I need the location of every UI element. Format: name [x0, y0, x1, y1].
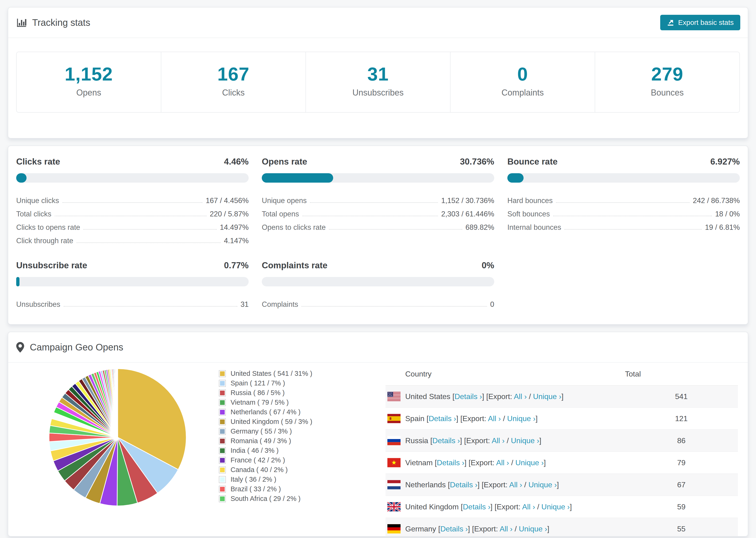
geo-table-row-ru: Russia [Details ›] [Export: All › / Uniq…: [386, 430, 738, 452]
legend-swatch: [219, 438, 226, 445]
slash: /: [522, 480, 528, 489]
rate-stat-value: 4.147%: [224, 237, 249, 245]
details-link[interactable]: Details ›: [432, 436, 460, 445]
details-link[interactable]: Details ›: [450, 480, 477, 489]
stat-boxes: 1,152Opens167Clicks31Unsubscribes0Compla…: [16, 52, 740, 113]
rate-stat-label: Total opens: [262, 210, 299, 218]
dotted-leader: [310, 202, 438, 203]
rate-percentage: 4.46%: [224, 157, 249, 167]
de-flag-icon: [387, 524, 405, 534]
legend-item-netherlands: Netherlands ( 67 / 4% ): [219, 407, 312, 417]
geo-table: Country Total United States [Details ›] …: [386, 363, 738, 537]
country-name: United States: [405, 392, 450, 401]
geo-table-body: United States [Details ›] [Export: All ›…: [386, 385, 738, 537]
legend-item-brazil: Brazil ( 33 / 2% ): [219, 484, 312, 494]
rates-grid: Clicks rate4.46%Unique clicks167 / 4.456…: [16, 157, 740, 309]
export-all-link[interactable]: All ›: [496, 458, 509, 467]
geo-table-header-row: Country Total: [386, 363, 738, 385]
legend-label: Romania ( 49 / 3% ): [231, 437, 291, 445]
legend-item-canada: Canada ( 40 / 2% ): [219, 465, 312, 475]
export-unique-link[interactable]: Unique ›: [528, 480, 557, 489]
bracket: [: [448, 480, 450, 489]
stat-box-complaints: 0Complaints: [450, 52, 595, 112]
export-all-link[interactable]: All ›: [522, 503, 535, 511]
rate-stat-row: Total clicks220 / 5.87%: [16, 205, 249, 218]
details-link[interactable]: Details ›: [455, 392, 482, 401]
legend-swatch: [219, 418, 226, 425]
stat-value: 279: [595, 63, 739, 85]
details-link[interactable]: Details ›: [440, 525, 468, 533]
details-link[interactable]: Details ›: [463, 503, 490, 511]
rate-stat-row: Unsubscribes31: [16, 295, 249, 309]
export-unique-link[interactable]: Unique ›: [507, 414, 536, 423]
rate-stat-row: Unique clicks167 / 4.456%: [16, 191, 249, 205]
geo-header: Campaign Geo Opens: [8, 332, 748, 363]
legend-item-united-kingdom: United Kingdom ( 59 / 3% ): [219, 417, 312, 426]
legend-swatch: [219, 409, 226, 416]
export-all-link[interactable]: All ›: [500, 525, 513, 533]
page: Tracking stats Export basic stats 1,152O…: [0, 0, 756, 537]
tracking-stats-header: Tracking stats Export basic stats: [8, 8, 748, 38]
country-total: 55: [625, 518, 738, 537]
legend-label: Italy ( 36 / 2% ): [231, 476, 276, 483]
rate-stat-value: 242 / 86.738%: [693, 196, 740, 205]
rate-block-clicks-rate: Clicks rate4.46%Unique clicks167 / 4.456…: [16, 157, 249, 245]
geo-legend: United States ( 541 / 31% )Spain ( 121 /…: [219, 369, 312, 504]
export-unique-link[interactable]: Unique ›: [519, 525, 547, 533]
flag-column-header: [386, 363, 405, 385]
export-unique-link[interactable]: Unique ›: [541, 503, 570, 511]
legend-swatch: [219, 370, 226, 377]
export-basic-stats-button[interactable]: Export basic stats: [660, 15, 740, 30]
rate-stat-row: Soft bounces18 / 0%: [507, 205, 740, 218]
dotted-leader: [565, 229, 702, 230]
export-label: ] [Export:: [460, 436, 492, 445]
export-label: ] [Export:: [464, 458, 496, 467]
geo-table-row-es: Spain [Details ›] [Export: All › / Uniqu…: [386, 407, 738, 430]
geo-table-wrap: Country Total United States [Details ›] …: [386, 363, 738, 537]
nl-flag-icon: [387, 480, 405, 489]
rate-stat-label: Hard bounces: [507, 196, 553, 205]
rate-stat-label: Unsubscribes: [16, 300, 60, 309]
rate-stat-row: Complaints0: [262, 295, 494, 309]
geo-table-row-nl: Netherlands [Details ›] [Export: All › /…: [386, 474, 738, 496]
export-unique-link[interactable]: Unique ›: [511, 436, 539, 445]
export-all-link[interactable]: All ›: [514, 392, 527, 401]
dotted-leader: [556, 202, 689, 203]
rate-stat-value: 689.82%: [465, 223, 494, 232]
stat-value: 167: [161, 63, 305, 85]
country-total: 67: [625, 474, 738, 496]
details-link[interactable]: Details ›: [437, 458, 464, 467]
export-all-link[interactable]: All ›: [509, 480, 522, 489]
legend-swatch: [219, 457, 226, 464]
rate-stat-value: 0: [490, 300, 494, 309]
rate-stat-row: Hard bounces242 / 86.738%: [507, 191, 740, 205]
stat-box-clicks: 167Clicks: [161, 52, 305, 112]
rate-percentage: 30.736%: [460, 157, 494, 167]
rate-stat-value: 1,152 / 30.736%: [441, 196, 494, 205]
rate-title: Opens rate: [262, 157, 307, 167]
es-flag-icon: [387, 414, 405, 423]
rate-stat-label: Total clicks: [16, 210, 51, 218]
slash: /: [527, 392, 533, 401]
country-total: 86: [625, 430, 738, 452]
details-link[interactable]: Details ›: [429, 414, 456, 423]
geo-table-row-vn: Vietnam [Details ›] [Export: All › / Uni…: [386, 452, 738, 474]
export-unique-link[interactable]: Unique ›: [515, 458, 544, 467]
bracket: ]: [557, 480, 559, 489]
progress-bar-fill: [507, 173, 523, 183]
legend-swatch: [219, 495, 226, 502]
export-unique-link[interactable]: Unique ›: [533, 392, 561, 401]
bracket: [: [453, 392, 455, 401]
dotted-leader: [329, 229, 462, 230]
total-column-header: Total: [625, 363, 738, 385]
export-all-link[interactable]: All ›: [488, 414, 501, 423]
tracking-stats-card: Tracking stats Export basic stats 1,152O…: [8, 7, 748, 138]
country-total: 59: [625, 496, 738, 518]
rate-block-opens-rate: Opens rate30.736%Unique opens1,152 / 30.…: [262, 157, 494, 245]
bracket: [: [427, 414, 429, 423]
vn-flag-icon: [387, 458, 405, 467]
export-all-link[interactable]: All ›: [492, 436, 505, 445]
legend-label: United States ( 541 / 31% ): [231, 370, 312, 377]
rate-percentage: 0%: [482, 260, 494, 270]
rates-card: Clicks rate4.46%Unique clicks167 / 4.456…: [8, 145, 748, 325]
